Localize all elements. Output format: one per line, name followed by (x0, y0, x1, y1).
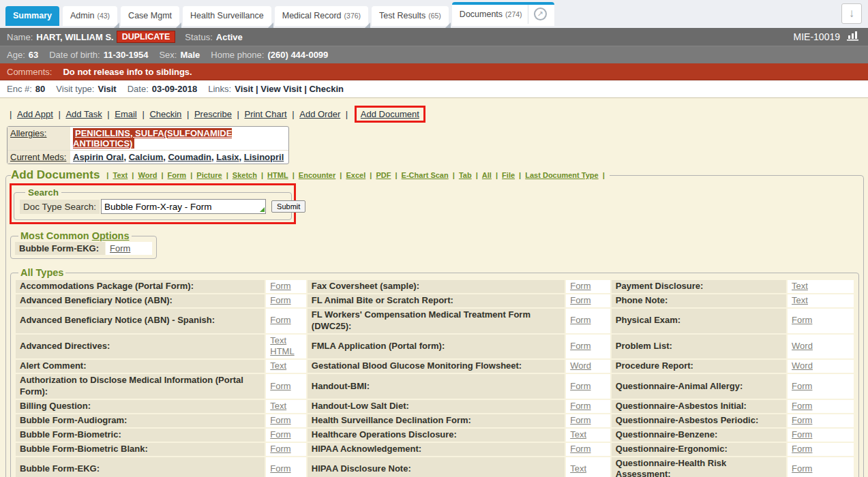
doc-link-html[interactable]: HTML (270, 346, 294, 356)
doc-link-form[interactable]: Form (792, 463, 812, 474)
add-order-link[interactable]: Add Order (299, 109, 340, 119)
doc-link-form[interactable]: Form (270, 281, 290, 291)
allergy-value-link[interactable]: PENICILLINS, SULFA(SULFONAMIDE ANTIBIOTI… (73, 128, 232, 149)
bar-chart-icon[interactable] (846, 31, 861, 43)
tab-test-results[interactable]: Test Results(65) (372, 6, 449, 26)
options-link[interactable]: Options (92, 230, 130, 241)
tab-dropdown-fold[interactable] (365, 22, 370, 28)
tab-dropdown-fold[interactable] (268, 22, 273, 28)
tab-dropdown-fold[interactable] (445, 22, 451, 28)
add-appt-link[interactable]: Add Appt (17, 109, 53, 119)
doc-link-text[interactable]: Text (270, 360, 286, 371)
doc-link-form[interactable]: Form (570, 295, 590, 305)
doc-link-form[interactable]: Form (270, 295, 290, 305)
tab-case-mgmt[interactable]: Case Mgmt (121, 6, 179, 26)
doc-link-form[interactable]: Form (270, 415, 290, 425)
quick-link-html[interactable]: HTML (267, 171, 288, 179)
doc-link-word[interactable]: Word (792, 341, 813, 351)
doc-type-label: Questionnaire-Asbestos Periodic: (612, 414, 786, 427)
all-types-legend: All Types (18, 267, 65, 278)
collapse-header-button[interactable]: ↓ (841, 3, 862, 24)
doc-link-form[interactable]: Form (792, 315, 812, 325)
med-link-lasix[interactable]: Lasix (216, 152, 239, 162)
doc-link-form[interactable]: Form (270, 381, 290, 391)
doc-link-form[interactable]: Form (570, 415, 590, 425)
doc-link-text[interactable]: Text (570, 463, 586, 474)
doc-link-text[interactable]: Text (570, 429, 586, 440)
doc-type-search-input[interactable] (101, 199, 266, 214)
med-link-coumadin[interactable]: Coumadin (168, 152, 211, 162)
open-in-new-window-icon[interactable]: ↗ (534, 7, 547, 20)
doc-link-form[interactable]: Form (110, 243, 130, 253)
doc-link-form[interactable]: Form (792, 401, 812, 411)
encounter-link-checkin[interactable]: Checkin (309, 84, 344, 94)
doc-link-form[interactable]: Form (570, 381, 590, 391)
doc-link-text[interactable]: Text (270, 335, 286, 345)
encounter-link-visit[interactable]: Visit (235, 84, 253, 94)
tab-label: Summary (13, 11, 52, 20)
quick-link-all[interactable]: All (482, 171, 492, 179)
email-link[interactable]: Email (115, 109, 137, 119)
tab-admin[interactable]: Admin(43) (63, 6, 117, 26)
doc-link-text[interactable]: Text (792, 295, 808, 305)
quick-link-pdf[interactable]: PDF (376, 171, 391, 179)
doc-link-word[interactable]: Word (792, 360, 813, 371)
quick-link-e-chart-scan[interactable]: E-Chart Scan (402, 171, 449, 179)
doc-link-form[interactable]: Form (570, 401, 590, 411)
doc-type-label: Advanced Directives: (16, 335, 265, 359)
add-document-link[interactable]: Add Document (361, 109, 419, 119)
doc-type-link-cell: Form (266, 457, 306, 477)
duplicate-badge[interactable]: DUPLICATE (117, 31, 176, 43)
tab-dropdown-fold[interactable] (114, 22, 119, 28)
doc-link-word[interactable]: Word (570, 360, 591, 371)
quick-link-tab[interactable]: Tab (459, 171, 472, 179)
doc-link-form[interactable]: Form (570, 315, 590, 325)
doc-type-label: FL Animal Bite or Scratch Report: (308, 294, 565, 307)
quick-link-sketch[interactable]: Sketch (233, 171, 257, 179)
doc-link-form[interactable]: Form (792, 381, 812, 391)
doc-link-form[interactable]: Form (792, 444, 812, 454)
doc-link-form[interactable]: Form (570, 341, 590, 351)
doc-link-text[interactable]: Text (270, 401, 286, 411)
quick-link-text[interactable]: Text (113, 171, 128, 179)
tab-documents[interactable]: Documents(274)↗ (452, 2, 554, 26)
quick-link-form[interactable]: Form (168, 171, 187, 179)
enc-links-label: Links: (208, 84, 231, 94)
doc-type-link-cell: Form (788, 414, 854, 427)
tab-dropdown-fold[interactable] (176, 22, 181, 28)
doc-link-form[interactable]: Form (792, 415, 812, 425)
patient-id-group: MIE-10019 (794, 31, 861, 43)
current-meds-link[interactable]: Current Meds: (10, 152, 66, 162)
tab-health-surveillance[interactable]: Health Surveillance (183, 6, 271, 26)
prescribe-link[interactable]: Prescribe (194, 109, 232, 119)
doc-type-label: Bubble Form-Biometric: (16, 429, 265, 442)
tab-summary[interactable]: Summary (5, 6, 59, 26)
quick-link-picture[interactable]: Picture (196, 171, 222, 179)
doc-link-form[interactable]: Form (270, 444, 290, 454)
doc-link-form[interactable]: Form (270, 463, 290, 474)
quick-link-word[interactable]: Word (138, 171, 158, 179)
tab-medical-record[interactable]: Medical Record(376) (275, 6, 368, 26)
med-link-lisinopril[interactable]: Lisinopril (244, 152, 284, 162)
med-link-calcium[interactable]: Calcium (129, 152, 164, 162)
doc-link-form[interactable]: Form (570, 444, 590, 454)
quick-link-last-document-type[interactable]: Last Document Type (525, 171, 598, 179)
med-link-aspirin-oral[interactable]: Aspirin Oral (73, 152, 123, 162)
add-task-link[interactable]: Add Task (65, 109, 102, 119)
doc-type-link-cell: Form (566, 414, 610, 427)
link-separator: | (515, 171, 525, 179)
doc-link-form[interactable]: Form (792, 429, 812, 440)
encounter-link-view-visit[interactable]: View Visit (260, 84, 301, 94)
allergies-link[interactable]: Allergies: (10, 128, 46, 138)
checkin-link[interactable]: Checkin (149, 109, 181, 119)
quick-link-excel[interactable]: Excel (346, 171, 365, 179)
submit-button[interactable]: Submit (271, 200, 305, 213)
doc-type-row: Accommodations Package (Portal Form):For… (16, 280, 854, 293)
print-chart-link[interactable]: Print Chart (244, 109, 286, 119)
doc-link-form[interactable]: Form (270, 429, 290, 440)
doc-link-form[interactable]: Form (270, 315, 290, 325)
doc-link-form[interactable]: Form (570, 281, 590, 291)
doc-link-text[interactable]: Text (792, 281, 808, 291)
quick-link-file[interactable]: File (502, 171, 515, 179)
quick-link-encounter[interactable]: Encounter (299, 171, 335, 179)
